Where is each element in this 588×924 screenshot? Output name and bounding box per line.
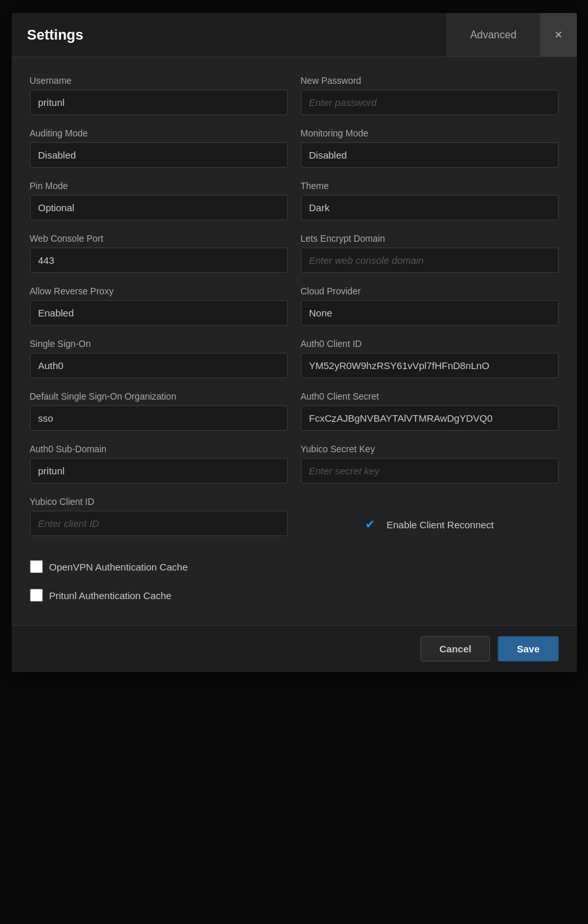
group-yubico-client-id: Yubico Client ID [30,496,288,545]
default-sso-org-label: Default Single Sign-On Organization [30,391,288,402]
enable-client-reconnect-row[interactable]: ✔ Enable Client Reconnect [365,515,494,534]
group-theme: Theme Dark Light [301,181,559,220]
row-pin-theme: Pin Mode Optional Required Disabled Them… [30,181,559,220]
openvpn-auth-cache-label[interactable]: OpenVPN Authentication Cache [49,561,188,572]
auth0-client-secret-input[interactable] [301,405,559,431]
row-sso-auth0id: Single Sign-On Auth0 None Auth0 Client I… [30,339,559,378]
auth0-sub-domain-input[interactable] [30,458,288,483]
modal-body: Username New Password Auditing Mode Disa… [12,57,577,625]
enable-client-reconnect-label: Enable Client Reconnect [387,519,494,530]
row-proxy-cloud: Allow Reverse Proxy Enabled Disabled Clo… [30,286,559,326]
pritunl-auth-cache-row: Pritunl Authentication Cache [30,586,559,604]
auth0-sub-domain-label: Auth0 Sub-Domain [30,444,288,454]
cloud-provider-label: Cloud Provider [301,286,559,296]
save-button[interactable]: Save [498,636,558,661]
single-sign-on-label: Single Sign-On [30,339,288,349]
cloud-provider-select[interactable]: None AWS GCP Azure [301,300,559,326]
group-web-console-port: Web Console Port [30,233,288,273]
group-single-sign-on: Single Sign-On Auth0 None [30,339,288,378]
yubico-secret-key-label: Yubico Secret Key [301,444,559,454]
close-button[interactable]: × [540,13,577,57]
row-sso-org-secret: Default Single Sign-On Organization Auth… [30,391,559,431]
yubico-client-id-input[interactable] [30,511,288,536]
theme-select[interactable]: Dark Light [301,195,559,220]
row-username-password: Username New Password [30,75,559,115]
cancel-button[interactable]: Cancel [420,636,490,661]
modal-footer: Cancel Save [12,625,577,672]
checkmark-icon: ✔ [365,517,375,532]
pin-mode-select[interactable]: Optional Required Disabled [30,195,288,220]
row-auditing-monitoring: Auditing Mode Disabled Enabled Monitorin… [30,128,559,168]
lets-encrypt-domain-input[interactable] [301,248,559,273]
yubico-secret-key-input[interactable] [301,458,559,483]
group-cloud-provider: Cloud Provider None AWS GCP Azure [301,286,559,326]
openvpn-auth-cache-row: OpenVPN Authentication Cache [30,558,559,576]
single-sign-on-select[interactable]: Auth0 None [30,353,288,378]
row-subdomain-yubikey: Auth0 Sub-Domain Yubico Secret Key [30,444,559,483]
pritunl-auth-cache-checkbox[interactable] [30,589,43,602]
group-monitoring-mode: Monitoring Mode Disabled Enabled [301,128,559,168]
theme-label: Theme [301,181,559,191]
default-sso-org-input[interactable] [30,405,288,431]
pritunl-auth-cache-label[interactable]: Pritunl Authentication Cache [49,590,172,601]
group-yubico-secret-key: Yubico Secret Key [301,444,559,483]
pin-mode-label: Pin Mode [30,181,288,191]
modal-header: Settings Advanced × [12,13,577,57]
allow-reverse-proxy-label: Allow Reverse Proxy [30,286,288,296]
auditing-mode-label: Auditing Mode [30,128,288,138]
monitoring-mode-select[interactable]: Disabled Enabled [301,142,559,168]
auth0-client-secret-label: Auth0 Client Secret [301,391,559,402]
auth0-client-id-label: Auth0 Client ID [301,339,559,349]
new-password-label: New Password [301,75,559,86]
group-default-sso-org: Default Single Sign-On Organization [30,391,288,431]
advanced-tab[interactable]: Advanced [446,13,540,57]
new-password-input[interactable] [301,90,559,115]
group-new-password: New Password [301,75,559,115]
openvpn-auth-cache-checkbox[interactable] [30,560,43,573]
group-lets-encrypt-domain: Lets Encrypt Domain [301,233,559,273]
row-port-domain: Web Console Port Lets Encrypt Domain [30,233,559,273]
username-label: Username [30,75,288,86]
modal-title: Settings [12,13,99,57]
header-right: Advanced × [446,13,577,57]
username-input[interactable] [30,90,288,115]
group-allow-reverse-proxy: Allow Reverse Proxy Enabled Disabled [30,286,288,326]
group-auth0-sub-domain: Auth0 Sub-Domain [30,444,288,483]
group-username: Username [30,75,288,115]
auth0-client-id-input[interactable] [301,353,559,378]
monitoring-mode-label: Monitoring Mode [301,128,559,138]
auditing-mode-select[interactable]: Disabled Enabled [30,142,288,168]
web-console-port-input[interactable] [30,248,288,273]
allow-reverse-proxy-select[interactable]: Enabled Disabled [30,300,288,326]
modal-overlay: Settings Advanced × Username New Passwor… [0,0,588,924]
group-auth0-client-id: Auth0 Client ID [301,339,559,378]
group-auth0-client-secret: Auth0 Client Secret [301,391,559,431]
group-auditing-mode: Auditing Mode Disabled Enabled [30,128,288,168]
web-console-port-label: Web Console Port [30,233,288,244]
yubico-client-id-label: Yubico Client ID [30,496,288,507]
lets-encrypt-domain-label: Lets Encrypt Domain [301,233,559,244]
group-pin-mode: Pin Mode Optional Required Disabled [30,181,288,220]
group-enable-client-reconnect: ✔ Enable Client Reconnect [301,496,559,545]
row-yubico-id-reconnect: Yubico Client ID ✔ Enable Client Reconne… [30,496,559,545]
settings-modal: Settings Advanced × Username New Passwor… [12,13,577,672]
